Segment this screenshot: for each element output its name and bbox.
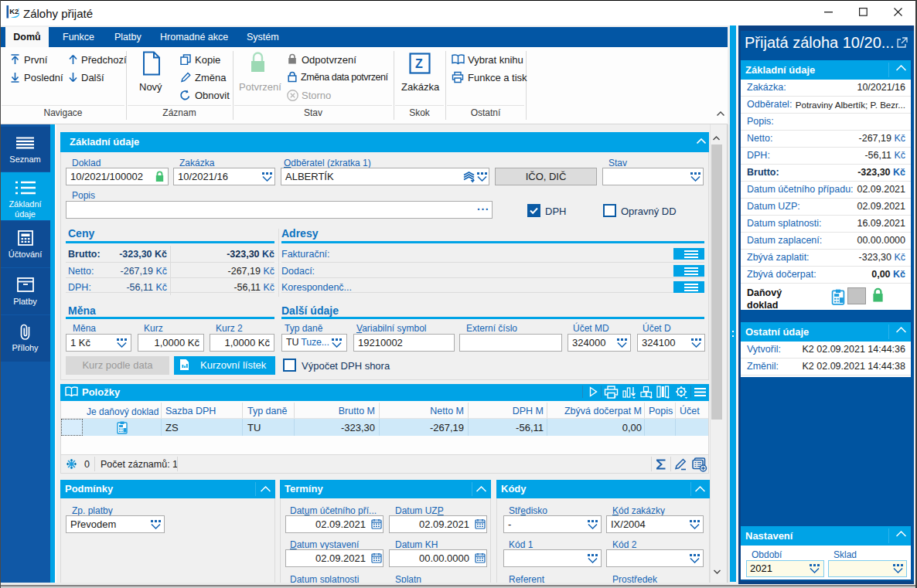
svg-text:Z: Z — [415, 57, 423, 70]
svg-text:K2: K2 — [9, 7, 19, 15]
